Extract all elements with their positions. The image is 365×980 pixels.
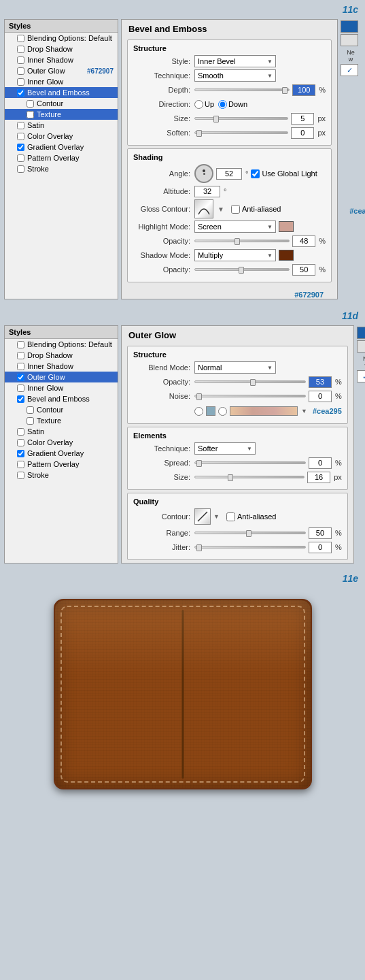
og-solid-color-swatch[interactable] bbox=[206, 406, 215, 416]
drop-shadow-check-11d[interactable] bbox=[17, 352, 24, 359]
highlight-opacity-input[interactable] bbox=[292, 235, 315, 247]
og-jitter-slider[interactable] bbox=[194, 546, 306, 549]
blending-check-11d[interactable] bbox=[17, 341, 24, 348]
depth-slider[interactable] bbox=[194, 88, 290, 91]
ok-button[interactable] bbox=[341, 20, 358, 33]
stroke-check[interactable] bbox=[17, 165, 24, 173]
og-gradient-radio[interactable] bbox=[218, 407, 227, 416]
sidebar-11d-outer-glow[interactable]: Outer Glow bbox=[5, 372, 118, 382]
blending-options-check[interactable] bbox=[17, 35, 24, 42]
sidebar-item-outer-glow[interactable]: Outer Glow #672907 bbox=[5, 65, 118, 76]
sidebar-11d-texture[interactable]: Texture bbox=[5, 415, 118, 426]
anti-aliased-option[interactable]: Anti-aliased bbox=[231, 205, 281, 214]
sidebar-item-contour[interactable]: Contour bbox=[5, 98, 118, 109]
anti-aliased-check[interactable] bbox=[231, 205, 240, 214]
color-overlay-check[interactable] bbox=[17, 133, 24, 140]
og-size-input[interactable] bbox=[307, 472, 330, 483]
og-solid-radio[interactable] bbox=[194, 407, 203, 416]
sidebar-11d-pattern-overlay[interactable]: Pattern Overlay bbox=[5, 459, 118, 470]
og-spread-input[interactable] bbox=[309, 457, 332, 469]
inner-glow-check-11d[interactable] bbox=[17, 385, 24, 392]
direction-up-option[interactable]: Up bbox=[194, 100, 214, 109]
sidebar-item-blending-options[interactable]: Blending Options: Default bbox=[5, 33, 118, 44]
sidebar-11d-gradient-overlay[interactable]: Gradient Overlay bbox=[5, 448, 118, 459]
highlight-color-swatch[interactable] bbox=[279, 221, 294, 232]
inner-glow-check[interactable] bbox=[17, 78, 24, 86]
satin-check[interactable] bbox=[17, 122, 24, 129]
direction-up-radio[interactable] bbox=[194, 100, 203, 109]
sidebar-11d-inner-glow[interactable]: Inner Glow bbox=[5, 382, 118, 393]
contour-check-11d[interactable] bbox=[27, 406, 34, 414]
og-contour-preview[interactable] bbox=[194, 508, 211, 525]
satin-check-11d[interactable] bbox=[17, 428, 24, 436]
sidebar-item-satin[interactable]: Satin bbox=[5, 120, 118, 131]
cancel-button[interactable] bbox=[341, 34, 358, 46]
bevel-emboss-check-11d[interactable] bbox=[17, 395, 24, 403]
preview-check-11d[interactable]: ✓ bbox=[357, 370, 365, 382]
og-anti-aliased-check[interactable] bbox=[226, 512, 235, 521]
og-gradient-swatch[interactable] bbox=[230, 406, 298, 416]
og-opacity-slider[interactable] bbox=[194, 380, 306, 383]
inner-shadow-check[interactable] bbox=[17, 56, 24, 64]
og-blend-mode-dropdown[interactable]: Normal ▼ bbox=[194, 361, 276, 374]
soften-slider[interactable] bbox=[194, 131, 288, 134]
sidebar-item-texture[interactable]: Texture bbox=[5, 109, 118, 120]
og-opacity-input[interactable] bbox=[309, 376, 332, 388]
drop-shadow-check[interactable] bbox=[17, 46, 24, 53]
inner-shadow-check-11d[interactable] bbox=[17, 363, 24, 370]
highlight-mode-dropdown[interactable]: Screen ▼ bbox=[194, 220, 276, 233]
sidebar-item-inner-glow[interactable]: Inner Glow bbox=[5, 76, 118, 87]
og-range-input[interactable] bbox=[309, 527, 332, 539]
cancel-button-11d[interactable] bbox=[357, 340, 365, 353]
gloss-contour-preview[interactable] bbox=[194, 199, 213, 218]
direction-down-option[interactable]: Down bbox=[218, 100, 247, 109]
og-noise-input[interactable] bbox=[309, 391, 332, 402]
sidebar-11d-bevel-emboss[interactable]: Bevel and Emboss bbox=[5, 393, 118, 404]
ok-button-11d[interactable] bbox=[357, 327, 365, 339]
bevel-emboss-check[interactable] bbox=[17, 89, 24, 97]
style-dropdown[interactable]: Inner Bevel ▼ bbox=[194, 55, 276, 67]
technique-dropdown[interactable]: Smooth ▼ bbox=[194, 69, 276, 82]
outer-glow-check[interactable] bbox=[17, 67, 24, 75]
size-slider[interactable] bbox=[194, 117, 288, 120]
angle-dial[interactable] bbox=[194, 164, 213, 183]
sidebar-11d-stroke[interactable]: Stroke bbox=[5, 470, 118, 480]
sidebar-11d-inner-shadow[interactable]: Inner Shadow bbox=[5, 361, 118, 372]
sidebar-11d-color-overlay[interactable]: Color Overlay bbox=[5, 437, 118, 448]
sidebar-item-inner-shadow[interactable]: Inner Shadow bbox=[5, 54, 118, 65]
pattern-overlay-check[interactable] bbox=[17, 154, 24, 162]
sidebar-11d-drop-shadow[interactable]: Drop Shadow bbox=[5, 350, 118, 361]
sidebar-item-stroke[interactable]: Stroke bbox=[5, 163, 118, 174]
stroke-check-11d[interactable] bbox=[17, 472, 24, 479]
og-technique-dropdown[interactable]: Softer ▼ bbox=[194, 442, 256, 455]
og-size-slider[interactable] bbox=[194, 476, 305, 478]
altitude-input[interactable] bbox=[194, 186, 220, 197]
og-noise-slider[interactable] bbox=[194, 395, 306, 397]
shadow-opacity-slider[interactable] bbox=[194, 268, 290, 271]
contour-check[interactable] bbox=[27, 100, 34, 108]
og-range-slider[interactable] bbox=[194, 532, 306, 534]
gradient-overlay-check-11d[interactable] bbox=[17, 450, 24, 457]
direction-down-radio[interactable] bbox=[218, 100, 227, 109]
angle-input[interactable] bbox=[216, 168, 242, 180]
preview-check[interactable]: ✓ bbox=[341, 64, 358, 76]
og-spread-slider[interactable] bbox=[194, 461, 306, 464]
use-global-light-option[interactable]: Use Global Light bbox=[251, 169, 317, 178]
shadow-color-swatch[interactable] bbox=[279, 250, 294, 261]
og-jitter-input[interactable] bbox=[309, 542, 332, 553]
highlight-opacity-slider[interactable] bbox=[194, 240, 290, 242]
sidebar-item-bevel-emboss[interactable]: Bevel and Emboss bbox=[5, 87, 118, 98]
shadow-opacity-input[interactable] bbox=[292, 264, 315, 276]
depth-input[interactable] bbox=[292, 84, 315, 96]
outer-glow-check-11d[interactable] bbox=[17, 374, 24, 381]
og-anti-aliased-option[interactable]: Anti-aliased bbox=[226, 512, 276, 521]
color-overlay-check-11d[interactable] bbox=[17, 439, 24, 446]
size-input[interactable] bbox=[291, 113, 314, 125]
shadow-mode-dropdown[interactable]: Multiply ▼ bbox=[194, 249, 276, 261]
sidebar-11d-blending[interactable]: Blending Options: Default bbox=[5, 339, 118, 350]
gradient-overlay-check[interactable] bbox=[17, 144, 24, 151]
use-global-light-check[interactable] bbox=[251, 169, 260, 178]
sidebar-11d-satin[interactable]: Satin bbox=[5, 426, 118, 437]
soften-input[interactable] bbox=[291, 127, 314, 139]
sidebar-item-color-overlay[interactable]: Color Overlay bbox=[5, 131, 118, 142]
